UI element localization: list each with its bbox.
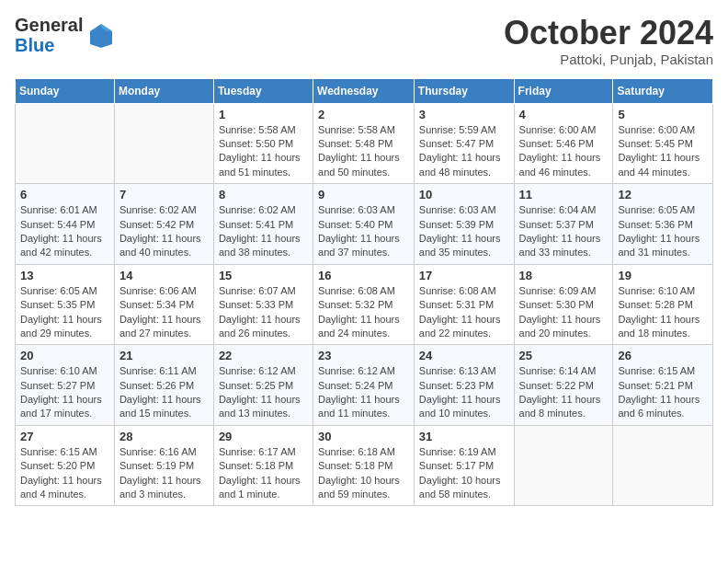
sunrise-text: Sunrise: 6:06 AM bbox=[119, 284, 209, 298]
calendar-cell: 8Sunrise: 6:02 AMSunset: 5:41 PMDaylight… bbox=[213, 184, 313, 265]
month-title: October 2024 bbox=[504, 15, 713, 52]
calendar-cell: 6Sunrise: 6:01 AMSunset: 5:44 PMDaylight… bbox=[16, 184, 115, 265]
title-section: October 2024 Pattoki, Punjab, Pakistan bbox=[504, 15, 713, 67]
page-header: General Blue October 2024 Pattoki, Punja… bbox=[15, 15, 713, 67]
calendar-cell bbox=[613, 425, 713, 506]
calendar-cell: 12Sunrise: 6:05 AMSunset: 5:36 PMDayligh… bbox=[613, 184, 713, 265]
day-header-saturday: Saturday bbox=[613, 78, 713, 103]
daylight-text: Daylight: 11 hours and 24 minutes. bbox=[318, 313, 409, 341]
daylight-text: Daylight: 11 hours and 50 minutes. bbox=[318, 151, 409, 179]
day-info: Sunrise: 6:17 AMSunset: 5:18 PMDaylight:… bbox=[219, 445, 308, 502]
sunset-text: Sunset: 5:47 PM bbox=[419, 137, 509, 151]
sunset-text: Sunset: 5:48 PM bbox=[318, 137, 409, 151]
calendar-cell: 27Sunrise: 6:15 AMSunset: 5:20 PMDayligh… bbox=[16, 425, 115, 506]
sunset-text: Sunset: 5:18 PM bbox=[318, 459, 409, 473]
day-info: Sunrise: 6:15 AMSunset: 5:20 PMDaylight:… bbox=[20, 445, 109, 502]
day-number: 1 bbox=[219, 108, 308, 121]
sunset-text: Sunset: 5:31 PM bbox=[419, 298, 509, 312]
day-info: Sunrise: 5:59 AMSunset: 5:47 PMDaylight:… bbox=[419, 123, 509, 180]
calendar-cell: 19Sunrise: 6:10 AMSunset: 5:28 PMDayligh… bbox=[613, 264, 713, 345]
calendar-cell: 22Sunrise: 6:12 AMSunset: 5:25 PMDayligh… bbox=[213, 345, 313, 426]
day-info: Sunrise: 6:03 AMSunset: 5:40 PMDaylight:… bbox=[318, 203, 409, 260]
sunset-text: Sunset: 5:36 PM bbox=[618, 218, 708, 232]
sunrise-text: Sunrise: 6:00 AM bbox=[618, 123, 708, 137]
location-subtitle: Pattoki, Punjab, Pakistan bbox=[504, 52, 713, 67]
calendar-cell: 9Sunrise: 6:03 AMSunset: 5:40 PMDaylight… bbox=[313, 184, 415, 265]
sunrise-text: Sunrise: 6:17 AM bbox=[219, 445, 308, 459]
daylight-text: Daylight: 11 hours and 18 minutes. bbox=[618, 313, 708, 341]
day-number: 24 bbox=[419, 349, 509, 362]
daylight-text: Daylight: 11 hours and 51 minutes. bbox=[219, 151, 308, 179]
logo-text: General Blue bbox=[15, 15, 83, 55]
calendar-cell: 25Sunrise: 6:14 AMSunset: 5:22 PMDayligh… bbox=[514, 345, 613, 426]
daylight-text: Daylight: 11 hours and 37 minutes. bbox=[318, 232, 409, 260]
calendar-cell: 7Sunrise: 6:02 AMSunset: 5:42 PMDaylight… bbox=[114, 184, 213, 265]
day-number: 7 bbox=[119, 188, 209, 201]
daylight-text: Daylight: 11 hours and 26 minutes. bbox=[219, 313, 308, 341]
calendar-cell: 11Sunrise: 6:04 AMSunset: 5:37 PMDayligh… bbox=[514, 184, 613, 265]
day-number: 4 bbox=[519, 108, 609, 121]
day-info: Sunrise: 6:07 AMSunset: 5:33 PMDaylight:… bbox=[219, 284, 308, 341]
day-header-friday: Friday bbox=[514, 78, 613, 103]
day-header-tuesday: Tuesday bbox=[213, 78, 313, 103]
daylight-text: Daylight: 11 hours and 31 minutes. bbox=[618, 232, 708, 260]
sunset-text: Sunset: 5:44 PM bbox=[20, 218, 109, 232]
sunset-text: Sunset: 5:22 PM bbox=[519, 379, 609, 393]
day-info: Sunrise: 6:03 AMSunset: 5:39 PMDaylight:… bbox=[419, 203, 509, 260]
calendar-cell: 10Sunrise: 6:03 AMSunset: 5:39 PMDayligh… bbox=[414, 184, 514, 265]
daylight-text: Daylight: 11 hours and 48 minutes. bbox=[419, 151, 509, 179]
sunset-text: Sunset: 5:45 PM bbox=[618, 137, 708, 151]
sunrise-text: Sunrise: 6:03 AM bbox=[419, 203, 509, 217]
day-number: 12 bbox=[618, 188, 708, 201]
daylight-text: Daylight: 11 hours and 38 minutes. bbox=[219, 232, 308, 260]
sunrise-text: Sunrise: 6:10 AM bbox=[618, 284, 708, 298]
day-info: Sunrise: 6:18 AMSunset: 5:18 PMDaylight:… bbox=[318, 445, 409, 502]
daylight-text: Daylight: 11 hours and 8 minutes. bbox=[519, 393, 609, 421]
calendar-cell: 1Sunrise: 5:58 AMSunset: 5:50 PMDaylight… bbox=[213, 103, 313, 184]
sunset-text: Sunset: 5:19 PM bbox=[119, 459, 209, 473]
day-info: Sunrise: 6:16 AMSunset: 5:19 PMDaylight:… bbox=[119, 445, 209, 502]
day-info: Sunrise: 6:08 AMSunset: 5:31 PMDaylight:… bbox=[419, 284, 509, 341]
day-number: 21 bbox=[119, 349, 209, 362]
day-info: Sunrise: 6:01 AMSunset: 5:44 PMDaylight:… bbox=[20, 203, 109, 260]
day-info: Sunrise: 6:10 AMSunset: 5:27 PMDaylight:… bbox=[20, 364, 109, 421]
day-header-sunday: Sunday bbox=[16, 78, 115, 103]
day-number: 19 bbox=[618, 269, 708, 282]
daylight-text: Daylight: 10 hours and 58 minutes. bbox=[419, 474, 509, 502]
sunrise-text: Sunrise: 6:12 AM bbox=[318, 364, 409, 378]
calendar-week-row: 6Sunrise: 6:01 AMSunset: 5:44 PMDaylight… bbox=[16, 184, 713, 265]
daylight-text: Daylight: 11 hours and 6 minutes. bbox=[618, 393, 708, 421]
day-info: Sunrise: 6:08 AMSunset: 5:32 PMDaylight:… bbox=[318, 284, 409, 341]
day-info: Sunrise: 6:02 AMSunset: 5:42 PMDaylight:… bbox=[119, 203, 209, 260]
sunset-text: Sunset: 5:41 PM bbox=[219, 218, 308, 232]
daylight-text: Daylight: 10 hours and 59 minutes. bbox=[318, 474, 409, 502]
calendar-cell: 20Sunrise: 6:10 AMSunset: 5:27 PMDayligh… bbox=[16, 345, 115, 426]
day-info: Sunrise: 6:00 AMSunset: 5:45 PMDaylight:… bbox=[618, 123, 708, 180]
sunset-text: Sunset: 5:24 PM bbox=[318, 379, 409, 393]
daylight-text: Daylight: 11 hours and 44 minutes. bbox=[618, 151, 708, 179]
day-number: 9 bbox=[318, 188, 409, 201]
sunset-text: Sunset: 5:28 PM bbox=[618, 298, 708, 312]
sunset-text: Sunset: 5:26 PM bbox=[119, 379, 209, 393]
calendar-cell: 28Sunrise: 6:16 AMSunset: 5:19 PMDayligh… bbox=[114, 425, 213, 506]
day-number: 20 bbox=[20, 349, 109, 362]
sunrise-text: Sunrise: 6:12 AM bbox=[219, 364, 308, 378]
day-info: Sunrise: 6:11 AMSunset: 5:26 PMDaylight:… bbox=[119, 364, 209, 421]
calendar-header-row: SundayMondayTuesdayWednesdayThursdayFrid… bbox=[16, 78, 713, 103]
sunset-text: Sunset: 5:46 PM bbox=[519, 137, 609, 151]
sunset-text: Sunset: 5:33 PM bbox=[219, 298, 308, 312]
calendar-cell: 5Sunrise: 6:00 AMSunset: 5:45 PMDaylight… bbox=[613, 103, 713, 184]
day-header-thursday: Thursday bbox=[414, 78, 514, 103]
day-number: 17 bbox=[419, 269, 509, 282]
day-number: 28 bbox=[119, 430, 209, 443]
calendar-cell: 23Sunrise: 6:12 AMSunset: 5:24 PMDayligh… bbox=[313, 345, 415, 426]
sunrise-text: Sunrise: 6:03 AM bbox=[318, 203, 409, 217]
daylight-text: Daylight: 11 hours and 29 minutes. bbox=[20, 313, 109, 341]
day-info: Sunrise: 6:00 AMSunset: 5:46 PMDaylight:… bbox=[519, 123, 609, 180]
sunrise-text: Sunrise: 6:02 AM bbox=[119, 203, 209, 217]
calendar-week-row: 20Sunrise: 6:10 AMSunset: 5:27 PMDayligh… bbox=[16, 345, 713, 426]
day-header-wednesday: Wednesday bbox=[313, 78, 415, 103]
day-number: 30 bbox=[318, 430, 409, 443]
calendar-cell: 3Sunrise: 5:59 AMSunset: 5:47 PMDaylight… bbox=[414, 103, 514, 184]
day-info: Sunrise: 6:10 AMSunset: 5:28 PMDaylight:… bbox=[618, 284, 708, 341]
